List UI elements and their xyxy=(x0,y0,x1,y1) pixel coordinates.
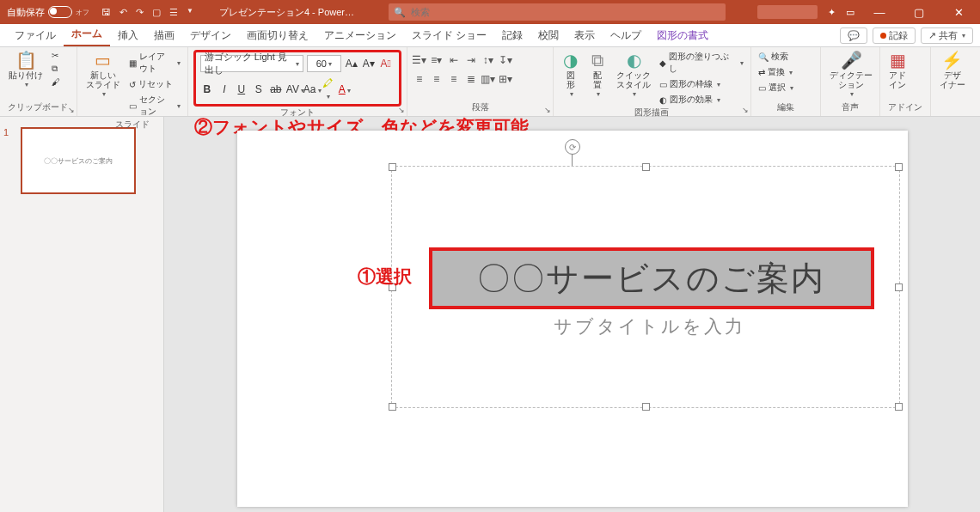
underline-button[interactable]: U xyxy=(235,83,248,95)
from-beginning-icon[interactable]: ▢ xyxy=(152,7,161,18)
tab-file[interactable]: ファイル xyxy=(7,25,64,46)
mic-icon: 🎤 xyxy=(841,52,862,69)
tab-insert[interactable]: 挿入 xyxy=(110,25,146,46)
shapes-button[interactable]: ◑図形▾ xyxy=(559,50,583,101)
search-input[interactable] xyxy=(409,6,720,18)
tab-design[interactable]: デザイン xyxy=(182,25,239,46)
annotation-select: ①選択 xyxy=(358,265,412,289)
comments-button[interactable]: 💬 xyxy=(840,27,867,44)
tab-view[interactable]: 表示 xyxy=(567,25,603,46)
qat-dropdown-icon[interactable]: ▼ xyxy=(187,7,193,18)
cut-button[interactable]: ✂ xyxy=(50,50,62,61)
resize-handle[interactable] xyxy=(389,163,396,171)
align-left-icon[interactable]: ≡ xyxy=(413,72,426,86)
tab-slideshow[interactable]: スライド ショー xyxy=(404,25,494,46)
bold-button[interactable]: B xyxy=(200,83,214,95)
quick-styles-button[interactable]: ◐クイック スタイル▾ xyxy=(613,50,654,101)
shrink-font-button[interactable]: A▾ xyxy=(362,58,376,70)
resize-handle[interactable] xyxy=(642,403,650,411)
tab-review[interactable]: 校閲 xyxy=(530,25,567,46)
autosave-toggle[interactable]: 自動保存 オフ xyxy=(7,6,89,19)
replace-button[interactable]: ⇄置換▾ xyxy=(756,65,795,79)
reset-button[interactable]: ↺リセット xyxy=(127,77,182,91)
columns-icon[interactable]: ▥▾ xyxy=(481,72,495,86)
tab-record[interactable]: 記録 xyxy=(494,25,530,46)
char-spacing-button[interactable]: AV▾ xyxy=(286,83,300,95)
designer-button[interactable]: ⚡デザ イナー xyxy=(936,50,969,91)
strike-button[interactable]: ab xyxy=(269,83,283,95)
coming-soon-icon[interactable]: ✦ xyxy=(828,7,836,18)
slide-thumbnail-pane[interactable]: 1 〇〇サービスのご案内 xyxy=(0,117,164,512)
new-slide-button[interactable]: ▭ 新しい スライド▾ xyxy=(83,50,124,101)
window-options-icon[interactable]: ▭ xyxy=(846,7,854,18)
format-painter-button[interactable]: 🖌 xyxy=(50,76,62,88)
resize-handle[interactable] xyxy=(895,403,903,411)
maximize-button[interactable]: ▢ xyxy=(904,6,934,19)
record-dot-icon xyxy=(880,33,886,39)
tab-home[interactable]: ホーム xyxy=(64,23,110,46)
grow-font-button[interactable]: A▴ xyxy=(345,58,358,70)
align-right-icon[interactable]: ≡ xyxy=(447,72,461,86)
user-account[interactable] xyxy=(757,5,818,19)
tab-shape-format[interactable]: 図形の書式 xyxy=(649,25,716,46)
close-button[interactable]: ✕ xyxy=(944,6,973,19)
dec-indent-icon[interactable]: ⇤ xyxy=(447,53,461,67)
tab-animations[interactable]: アニメーション xyxy=(316,25,404,46)
shadow-button[interactable]: S xyxy=(252,83,266,95)
shape-outline-button[interactable]: ▭図形の枠線▾ xyxy=(658,77,744,91)
rotate-handle-icon[interactable]: ⟳ xyxy=(565,139,580,155)
dialog-launcher-icon[interactable]: ↘ xyxy=(68,106,75,114)
tab-help[interactable]: ヘルプ xyxy=(603,25,649,46)
paste-button[interactable]: 📋 貼り付け▾ xyxy=(5,50,46,91)
smartart-icon[interactable]: ⊞▾ xyxy=(499,72,512,86)
highlight-button[interactable]: 🖍▾ xyxy=(321,77,334,101)
dialog-launcher-icon[interactable]: ↘ xyxy=(398,106,405,114)
bullets-icon[interactable]: ☰▾ xyxy=(413,53,426,67)
tab-draw[interactable]: 描画 xyxy=(146,25,182,46)
slide-subtitle-placeholder[interactable]: サブタイトルを入力 xyxy=(495,314,805,338)
undo-icon[interactable]: ↶ xyxy=(119,7,127,18)
justify-icon[interactable]: ≣ xyxy=(464,72,478,86)
copy-button[interactable]: ⧉ xyxy=(50,63,62,75)
resize-handle[interactable] xyxy=(389,403,396,411)
line-spacing-icon[interactable]: ↕▾ xyxy=(481,53,495,67)
resize-handle[interactable] xyxy=(895,283,903,291)
slide-title-text[interactable]: 〇〇サービスのご案内 xyxy=(429,247,874,309)
layout-icon: ▦ xyxy=(129,58,137,68)
numbering-icon[interactable]: ≡▾ xyxy=(430,53,444,67)
dictate-button[interactable]: 🎤ディクテー ション▾ xyxy=(826,50,876,101)
search-box[interactable]: 🔍 xyxy=(389,3,726,21)
touch-mode-icon[interactable]: ☰ xyxy=(169,7,178,18)
section-button[interactable]: ▭セクション▾ xyxy=(127,93,182,119)
redo-icon[interactable]: ↷ xyxy=(136,7,144,18)
dialog-launcher-icon[interactable]: ↘ xyxy=(742,106,749,114)
text-direction-icon[interactable]: ↧▾ xyxy=(499,53,512,67)
change-case-button[interactable]: Aa▾ xyxy=(303,83,317,95)
share-button[interactable]: ↗共有▾ xyxy=(921,27,973,44)
select-button[interactable]: ▭選択▾ xyxy=(756,81,795,94)
font-color-button[interactable]: A▾ xyxy=(338,83,352,95)
addins-button[interactable]: ▦アド イン xyxy=(885,50,910,91)
find-button[interactable]: 🔍検索 xyxy=(756,50,795,64)
font-name-combo[interactable]: 游ゴシック Light 見出し▾ xyxy=(200,55,303,72)
clear-format-button[interactable]: A⃠ xyxy=(379,58,393,70)
resize-handle[interactable] xyxy=(642,163,650,171)
slide-thumbnail[interactable]: 〇〇サービスのご案内 xyxy=(21,127,136,194)
dialog-launcher-icon[interactable]: ↘ xyxy=(544,106,551,114)
inc-indent-icon[interactable]: ⇥ xyxy=(464,53,478,67)
minimize-button[interactable]: — xyxy=(865,6,894,19)
save-icon[interactable]: 🖫 xyxy=(101,7,111,18)
arrange-button[interactable]: ⧉配置▾ xyxy=(586,50,610,101)
layout-button[interactable]: ▦レイアウト▾ xyxy=(127,50,182,76)
resize-handle[interactable] xyxy=(895,163,903,171)
shape-effects-button[interactable]: ◐図形の効果▾ xyxy=(658,93,744,107)
italic-button[interactable]: I xyxy=(217,83,231,95)
font-size-combo[interactable]: 60▾ xyxy=(307,55,341,72)
record-button[interactable]: 記録 xyxy=(873,27,916,44)
thumbnail-title: 〇〇サービスのご案内 xyxy=(44,156,113,166)
tab-transitions[interactable]: 画面切り替え xyxy=(239,25,316,46)
slide-canvas[interactable]: ②フォントやサイズ、色などを変更可能 ⟳ ①選択 〇〇サービスのご案内 サブタイ… xyxy=(164,117,980,512)
shape-fill-button[interactable]: ◆図形の塗りつぶし▾ xyxy=(658,50,744,76)
outline-icon: ▭ xyxy=(659,80,667,89)
align-center-icon[interactable]: ≡ xyxy=(430,72,444,86)
